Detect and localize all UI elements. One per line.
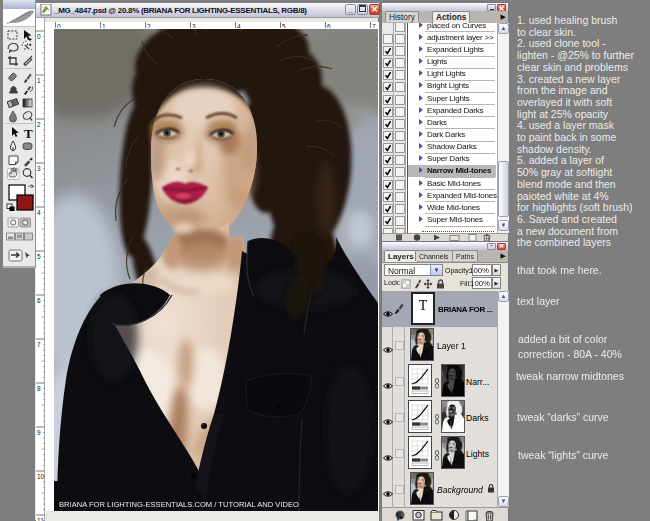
svg-text:2: 2 [37,121,41,128]
svg-text:0: 0 [37,33,41,40]
svg-text:BRIANA FOR LIGHTING-ESSENTIALS: BRIANA FOR LIGHTING-ESSENTIALS.COM / TUT… [59,500,299,509]
svg-text:T: T [24,126,33,141]
svg-text:6: 6 [37,297,41,304]
svg-text:3: 3 [37,165,41,172]
svg-text:1: 1 [37,77,41,84]
svg-text:9: 9 [37,429,41,436]
svg-text:5: 5 [37,253,41,260]
svg-text:8: 8 [37,385,41,392]
svg-text:4: 4 [37,209,41,216]
svg-text:10: 10 [37,473,45,480]
svg-text:7: 7 [37,341,41,348]
